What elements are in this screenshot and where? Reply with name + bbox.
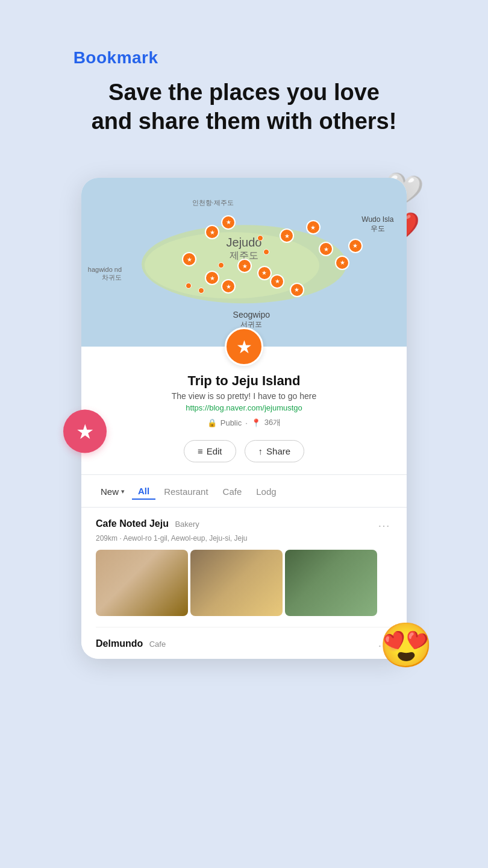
chevron-down-icon: ▾: [121, 488, 125, 495]
deco-star-badge: ★: [63, 410, 107, 453]
hagwido-text: hagwido nd: [88, 266, 122, 273]
filter-tab-lodging[interactable]: Lodg: [250, 484, 282, 499]
place-image-1a: [96, 550, 188, 616]
card-wrapper: ★ 🤍 ❤️ 😍 인천항·제주도 hagwido nd 차귀도 Jejudo: [81, 178, 407, 659]
map-label-seogwipo: Seogwipo 서귀포: [233, 310, 271, 330]
share-icon: ↑: [258, 446, 263, 456]
place-distance-1: 209km: [96, 534, 117, 542]
filter-row: New ▾ All Restaurant Cafe Lodg: [96, 475, 392, 507]
pin-icon: 📍: [251, 418, 261, 427]
feature-tagline: Save the places you love and share them …: [74, 78, 415, 136]
map-label-incheon: 인천항·제주도: [192, 198, 234, 207]
place-header-2: Delmundo Cafe ⋯: [96, 638, 392, 653]
tagline-line2: and share them with others!: [92, 108, 397, 134]
map-pin-13: [270, 274, 284, 289]
place-count: 36개: [264, 417, 281, 428]
place-image-1b: [190, 550, 283, 616]
avatar-star-icon: ★: [236, 336, 252, 357]
map-pin-2: [306, 220, 321, 234]
map-area: 인천항·제주도 hagwido nd 차귀도 Jejudo 제주도 Seogwi…: [81, 178, 407, 347]
meta-separator: ·: [245, 418, 248, 427]
profile-meta: 🔒 Public · 📍 36개: [96, 417, 392, 428]
deco-emoji: 😍: [379, 620, 433, 671]
share-button[interactable]: ↑ Share: [245, 440, 305, 462]
place-name-row-2: Delmundo Cafe: [96, 638, 166, 649]
place-images-1: [96, 550, 392, 616]
tagline-line1: Save the places you love: [108, 80, 380, 105]
place-name-1: Cafe Noted Jeju: [96, 518, 169, 529]
place-address-text-1: Aewol-ro 1-gil, Aewol-eup, Jeju-si, Jeju: [123, 534, 247, 542]
page-header: Bookmark Save the places you love and sh…: [74, 48, 415, 166]
more-options-1[interactable]: ⋯: [375, 518, 392, 533]
filter-new-label: New: [101, 486, 119, 497]
place-item-cafe-noted: Cafe Noted Jeju Bakery ⋯ 209km · Aewol-r…: [96, 508, 392, 627]
visibility-label: Public: [221, 418, 242, 427]
bookmark-title: Trip to Jeju Island: [96, 373, 392, 389]
place-name-2: Delmundo: [96, 638, 143, 649]
place-name-row: Cafe Noted Jeju Bakery: [96, 518, 199, 529]
img-placeholder-1c: [285, 550, 377, 616]
map-label-wudo: Wudo Isla 우도: [361, 215, 393, 234]
place-item-delmundo: Delmundo Cafe ⋯: [96, 627, 392, 659]
edit-button[interactable]: ≡ Edit: [184, 440, 236, 462]
bookmark-link[interactable]: https://blog.naver.com/jejumustgo: [96, 403, 392, 412]
map-dot-1: [218, 262, 224, 268]
place-address-1: 209km · Aewol-ro 1-gil, Aewol-eup, Jeju-…: [96, 534, 392, 542]
img-placeholder-1a: [96, 550, 188, 616]
map-dot-5: [257, 235, 263, 241]
wudo-hangul: 우도: [361, 224, 393, 234]
feature-label: Bookmark: [74, 48, 415, 68]
map-pin-4: [335, 256, 349, 270]
filter-tab-all[interactable]: All: [132, 483, 155, 500]
profile-avatar: ★: [225, 327, 263, 366]
place-image-1c: [285, 550, 377, 616]
lock-icon: 🔒: [207, 418, 217, 427]
map-pin-14: [290, 283, 304, 297]
wudo-roman: Wudo Isla: [361, 215, 393, 224]
filter-new-dropdown[interactable]: New ▾: [96, 484, 130, 499]
bookmark-description: The view is so pretty! I have to go here: [96, 391, 392, 401]
action-buttons: ≡ Edit ↑ Share: [96, 440, 392, 462]
place-category-1: Bakery: [175, 520, 199, 529]
profile-section: ★ Trip to Jeju Island The view is so pre…: [81, 347, 407, 659]
share-label: Share: [266, 446, 290, 456]
map-dot-2: [186, 283, 192, 289]
hagwido-hangul: 차귀도: [88, 273, 122, 282]
map-pin-5: [348, 239, 363, 253]
edit-label: Edit: [207, 446, 222, 456]
filter-tab-cafe[interactable]: Cafe: [217, 484, 248, 499]
filter-tab-restaurant[interactable]: Restaurant: [158, 484, 214, 499]
place-category-2: Cafe: [149, 640, 166, 649]
place-list: Cafe Noted Jeju Bakery ⋯ 209km · Aewol-r…: [96, 508, 392, 659]
edit-icon: ≡: [198, 446, 203, 456]
place-header-1: Cafe Noted Jeju Bakery ⋯: [96, 518, 392, 533]
map-label-hagwido: hagwido nd 차귀도: [88, 266, 122, 282]
phone-card: 인천항·제주도 hagwido nd 차귀도 Jejudo 제주도 Seogwi…: [81, 178, 407, 659]
map-pin-12: [257, 266, 272, 280]
map-pin-6: [221, 215, 236, 230]
star-icon: ★: [76, 420, 94, 444]
map-pin-9: [205, 271, 219, 285]
img-placeholder-1b: [190, 550, 283, 616]
map-pin-10: [221, 279, 236, 294]
map-dot-4: [263, 249, 269, 255]
seogwipo-roman: Seogwipo: [233, 310, 271, 319]
